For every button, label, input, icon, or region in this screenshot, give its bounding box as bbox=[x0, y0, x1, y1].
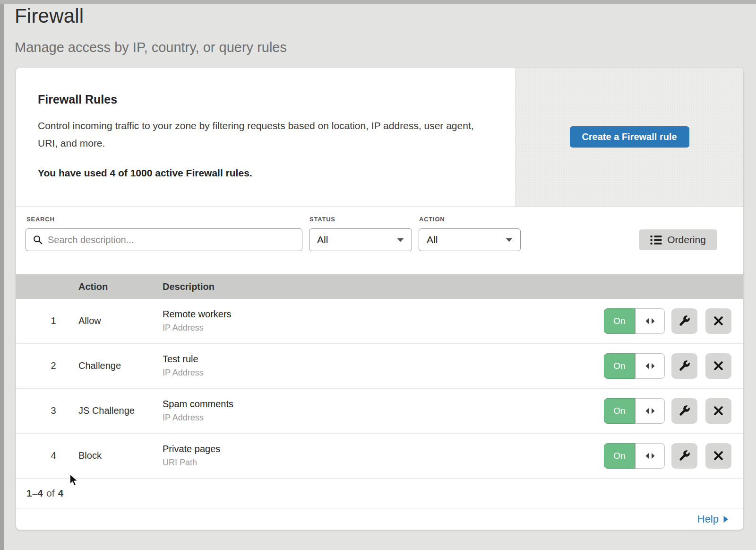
range-total: 4 bbox=[58, 488, 64, 499]
toggle-arrows-icon bbox=[635, 443, 665, 469]
page-title: Firewall bbox=[15, 5, 287, 27]
toggle-on-label: On bbox=[604, 443, 635, 469]
rule-field-type: IP Address bbox=[163, 413, 233, 423]
table-row: 3 JS Challenge Spam comments IP Address … bbox=[16, 389, 743, 434]
rule-controls: On bbox=[604, 308, 743, 334]
rule-priority: 4 bbox=[43, 450, 64, 461]
rule-description-title: Private pages bbox=[163, 444, 220, 454]
firewall-rules-card: Firewall Rules Control incoming traffic … bbox=[16, 68, 743, 530]
rule-priority: 1 bbox=[43, 315, 64, 326]
rule-enabled-toggle[interactable]: On bbox=[604, 308, 665, 334]
edit-rule-button[interactable] bbox=[671, 398, 697, 424]
ordering-list-icon bbox=[650, 235, 662, 245]
range-of-label: of bbox=[46, 488, 55, 499]
wrench-icon bbox=[678, 359, 691, 372]
rule-controls: On bbox=[604, 353, 743, 379]
table-row: 2 Challenge Test rule IP Address On bbox=[16, 344, 743, 389]
delete-rule-button[interactable] bbox=[705, 443, 731, 469]
rule-action: Challenge bbox=[78, 360, 149, 371]
rule-description: Test rule IP Address bbox=[163, 354, 204, 378]
triangle-right-icon bbox=[723, 515, 729, 523]
toggle-arrows-icon bbox=[635, 353, 665, 379]
window-edge-top bbox=[0, 0, 756, 4]
close-icon bbox=[713, 315, 724, 327]
rule-field-type: IP Address bbox=[163, 368, 204, 378]
search-input-wrapper bbox=[26, 228, 302, 251]
status-select-value: All bbox=[317, 234, 328, 245]
help-link[interactable]: Help bbox=[697, 513, 729, 525]
rule-controls: On bbox=[604, 443, 743, 469]
ordering-button[interactable]: Ordering bbox=[639, 229, 717, 250]
create-rule-panel: Create a Firewall rule bbox=[515, 68, 743, 206]
section-title: Firewall Rules bbox=[38, 93, 487, 106]
rule-action: JS Challenge bbox=[78, 405, 149, 416]
filters-bar: SEARCH STATUS All ACTION All bbox=[16, 207, 743, 274]
pagination-summary: 1–4 of 4 bbox=[16, 479, 743, 508]
section-description: Control incoming traffic to your zone by… bbox=[38, 117, 487, 152]
toggle-arrows-icon bbox=[635, 308, 665, 334]
delete-rule-button[interactable] bbox=[705, 398, 731, 424]
edit-rule-button[interactable] bbox=[671, 443, 697, 469]
page-subtitle: Manage access by IP, country, or query r… bbox=[15, 40, 287, 55]
wrench-icon bbox=[678, 314, 691, 327]
edit-rule-button[interactable] bbox=[671, 353, 697, 379]
help-link-label: Help bbox=[697, 513, 719, 525]
rule-field-type: URI Path bbox=[163, 458, 220, 468]
page-header: Firewall Manage access by IP, country, o… bbox=[15, 5, 287, 55]
table-row: 4 Block Private pages URI Path On bbox=[16, 434, 743, 479]
toggle-arrows-icon bbox=[635, 398, 665, 424]
rule-field-type: IP Address bbox=[163, 323, 232, 333]
window-edge-left bbox=[0, 0, 4, 550]
action-label: ACTION bbox=[419, 216, 445, 223]
range-start: 1–4 bbox=[26, 488, 43, 499]
search-input[interactable] bbox=[48, 235, 295, 245]
card-header-text: Firewall Rules Control incoming traffic … bbox=[16, 68, 515, 206]
status-label: STATUS bbox=[309, 216, 335, 223]
rule-enabled-toggle[interactable]: On bbox=[604, 443, 665, 469]
chevron-down-icon bbox=[397, 238, 404, 242]
rule-description: Remote workers IP Address bbox=[163, 309, 232, 333]
rule-description-title: Remote workers bbox=[163, 309, 232, 320]
rule-description: Spam comments IP Address bbox=[163, 399, 233, 423]
rule-priority: 3 bbox=[43, 405, 64, 416]
column-header-description: Description bbox=[163, 281, 215, 292]
wrench-icon bbox=[678, 449, 691, 462]
rule-description-title: Spam comments bbox=[163, 399, 233, 410]
rule-action: Block bbox=[78, 450, 149, 461]
toggle-on-label: On bbox=[604, 353, 635, 379]
rule-enabled-toggle[interactable]: On bbox=[604, 398, 665, 424]
card-header-section: Firewall Rules Control incoming traffic … bbox=[16, 68, 743, 207]
delete-rule-button[interactable] bbox=[705, 353, 731, 379]
rule-enabled-toggle[interactable]: On bbox=[604, 353, 665, 379]
search-icon bbox=[33, 235, 43, 245]
rule-priority: 2 bbox=[43, 360, 64, 371]
rule-description: Private pages URI Path bbox=[163, 444, 220, 468]
create-firewall-rule-button[interactable]: Create a Firewall rule bbox=[570, 126, 689, 148]
status-select[interactable]: All bbox=[309, 228, 412, 251]
chevron-down-icon bbox=[506, 238, 513, 242]
close-icon bbox=[713, 360, 724, 372]
rule-description-title: Test rule bbox=[163, 354, 204, 365]
help-section: Help bbox=[16, 508, 743, 530]
column-header-action: Action bbox=[78, 281, 163, 292]
close-icon bbox=[713, 405, 724, 417]
search-label: SEARCH bbox=[26, 216, 55, 223]
ordering-button-label: Ordering bbox=[667, 234, 706, 245]
rule-controls: On bbox=[604, 398, 743, 424]
toggle-on-label: On bbox=[604, 308, 635, 334]
rule-action: Allow bbox=[78, 315, 149, 326]
edit-rule-button[interactable] bbox=[671, 308, 697, 334]
toggle-on-label: On bbox=[604, 398, 635, 424]
usage-note: You have used 4 of 1000 active Firewall … bbox=[38, 167, 487, 179]
action-select[interactable]: All bbox=[419, 228, 521, 251]
close-icon bbox=[713, 450, 724, 462]
delete-rule-button[interactable] bbox=[705, 308, 731, 334]
table-header: Action Description bbox=[16, 274, 743, 299]
wrench-icon bbox=[678, 404, 691, 417]
action-select-value: All bbox=[427, 234, 438, 245]
table-row: 1 Allow Remote workers IP Address On bbox=[16, 299, 743, 344]
